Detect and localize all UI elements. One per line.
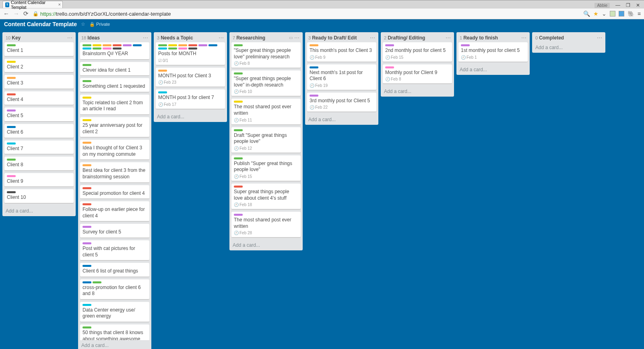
list-header[interactable]: 1Ready to finish⋯ [456,32,530,42]
card-labels [83,142,147,144]
board-canvas[interactable]: 10Key⋯Client 1Client 2Client 3Client 4Cl… [0,29,644,349]
card[interactable]: Idea I thought of for Client 3 on my mor… [80,140,149,160]
card[interactable]: Next month's 1st post for Client 6🕘Feb 1… [307,64,376,90]
board-visibility[interactable]: 🔒 Private [89,22,110,27]
card[interactable]: Client 6 list of great things [80,263,149,277]
maximize-icon[interactable]: ❐ [626,2,630,8]
card[interactable]: The most shared post ever written🕘Feb 28 [231,212,301,237]
card[interactable]: Client 10 [4,189,74,203]
card[interactable]: Special promotion for client 4 [80,185,149,199]
card-title: Follow-up on earlier piece for client 4 [83,207,147,219]
card[interactable]: Clever idea for client 1 [80,62,149,76]
address-bar[interactable]: 🔒 https://trello.com/b/dYzGorXL/content-… [33,11,579,17]
add-card-button[interactable]: Add a card... [381,86,454,97]
card[interactable]: "Super great things people love" in-dept… [231,70,301,96]
list-title: Key [12,35,67,41]
card[interactable]: Client 9 [4,173,74,187]
card[interactable]: "Super great things people love" prelimi… [231,42,301,68]
card[interactable]: Brainstorm Q# YEAR [80,42,149,60]
card[interactable]: Draft "Super great things people love"🕘F… [231,127,301,153]
card[interactable]: The most shared post ever written🕘Feb 11 [231,99,301,124]
card[interactable]: Client 2 [4,59,74,73]
card[interactable]: Posts for MONTH☑0/1 [156,42,225,65]
card[interactable]: Client 6 [4,124,74,138]
bookmark-star-icon[interactable]: ★ [593,10,599,17]
card[interactable]: Super great things people love about cli… [231,184,301,209]
card[interactable]: Survey for client 5 [80,224,149,238]
list-menu-icon[interactable]: ⋯ [597,35,602,41]
card-title: Client 5 [7,113,71,119]
list-header[interactable]: 3Ready to Draft/ Edit⋯ [305,32,378,42]
browser-tab[interactable]: T Content Calendar Templat × [2,1,63,8]
extension-3-icon[interactable]: 🐘 [627,10,634,17]
card[interactable]: Something client 1 requested [80,78,149,92]
list-menu-icon[interactable]: ⋯ [143,35,148,41]
card[interactable]: Client 5 [4,107,74,122]
add-card-button[interactable]: Add a card... [154,112,227,122]
list-header[interactable]: 2Drafting/ Editing⋯ [381,32,454,42]
card[interactable]: Client 7 [4,140,74,155]
forward-icon[interactable]: → [13,10,19,17]
list: 3Needs a Topic⋯Posts for MONTH☑0/1MONTH … [154,32,227,122]
card[interactable]: MONTH post for Client 3🕘Feb 23 [156,68,225,87]
list-menu-icon[interactable]: ⋯ [521,35,526,41]
card[interactable]: cross-promotion for client 6 and 8 [80,279,149,299]
list-header[interactable]: 18Ideas⋯ [78,32,151,42]
close-window-icon[interactable]: ✕ [636,2,640,8]
visibility-label: Private [96,22,110,27]
card[interactable]: 3rd monthly post for Client 5🕘Feb 22 [307,93,376,112]
extension-2-icon[interactable] [619,11,624,17]
card[interactable]: Client 8 [4,157,74,171]
board-title[interactable]: Content Calendar Template [4,21,77,27]
list-header[interactable]: 0Completed⋯ [532,32,605,42]
card[interactable]: Client 4 [4,91,74,105]
card[interactable]: Client 1 [4,42,74,56]
list: 18Ideas⋯Brainstorm Q# YEARClever idea fo… [78,32,151,349]
card[interactable]: Publish "Super great things people love"… [231,155,301,181]
back-icon[interactable]: ← [3,10,9,17]
list-menu-icon[interactable]: ⋯ [446,35,451,41]
card[interactable]: Follow-up on earlier piece for client 4 [80,201,149,221]
card[interactable]: 1st monthly post for client 5🕘Feb 1 [458,42,528,62]
list: 1Ready to finish⋯1st monthly post for cl… [456,32,530,75]
card[interactable]: This month's post for Client 3🕘Feb 9 [307,42,376,62]
zoom-icon[interactable]: 🔍 [583,10,590,17]
card[interactable]: MONTH post 3 for client 7🕘Feb 17 [156,89,225,109]
list-menu-icon[interactable]: ⋯ [294,35,299,41]
card[interactable]: Topic related to client 2 from an articl… [80,95,149,115]
star-board-icon[interactable]: ☆ [81,21,85,27]
list-header[interactable]: 7Researching▭⋯ [229,32,303,42]
label-orange [7,77,16,79]
add-card-button[interactable]: Add a card... [456,64,530,75]
browser-profile-badge[interactable]: Abbie [594,3,610,8]
card-badges: 🕘Feb 22 [310,105,374,109]
clock-icon: 🕘 [234,61,239,66]
list-menu-icon[interactable]: ⋯ [67,35,72,41]
card-title: Best idea for client 3 from the brainsto… [83,167,147,180]
card[interactable]: 25 year anniversary post for client 2 [80,117,149,137]
minimize-icon[interactable]: — [615,2,620,8]
add-card-button[interactable]: Add a card... [78,340,151,349]
list-header[interactable]: 3Needs a Topic⋯ [154,32,227,42]
label-green [83,64,91,66]
close-tab-icon[interactable]: × [58,2,61,7]
card[interactable]: Data Center energy use/ green energy [80,302,149,322]
reload-icon[interactable]: ⟳ [23,10,29,17]
add-card-button[interactable]: Add a card... [229,240,303,250]
card[interactable]: 2nd monthly post for client 5🕘Feb 15 [383,42,452,62]
list-menu-icon[interactable]: ⋯ [370,35,375,41]
card[interactable]: Post with cat pictures for client 5 [80,240,149,260]
add-card-button[interactable]: Add a card... [532,42,605,53]
list-header[interactable]: 10Key⋯ [2,32,76,42]
extension-1-icon[interactable] [610,11,615,17]
add-card-button[interactable]: Add a card... [305,114,378,125]
card[interactable]: Monthly post for Client 9🕘Feb 8 [383,64,452,84]
chrome-menu-icon[interactable]: ≡ [638,10,641,17]
pocket-icon[interactable]: ⌄ [602,10,607,17]
cards-container: 1st monthly post for client 5🕘Feb 1 [456,42,530,64]
card[interactable]: Client 3 [4,75,74,89]
card[interactable]: Best idea for client 3 from the brainsto… [80,162,149,182]
card[interactable]: 50 things that client 8 knows about some… [80,324,149,340]
list-menu-icon[interactable]: ⋯ [219,35,224,41]
add-card-button[interactable]: Add a card... [2,206,76,216]
